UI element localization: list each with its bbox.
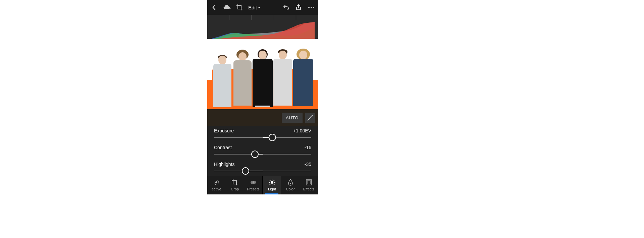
tab-label: Color bbox=[286, 187, 295, 191]
slider-thumb[interactable] bbox=[269, 134, 276, 141]
svg-rect-23 bbox=[307, 181, 311, 184]
color-icon bbox=[287, 179, 294, 186]
back-icon[interactable] bbox=[210, 3, 218, 11]
undo-icon[interactable] bbox=[282, 3, 290, 11]
bottom-tabbar: ectiveCropPresetsLightColorEffects bbox=[207, 176, 318, 194]
histogram bbox=[207, 15, 318, 39]
auto-label: AUTO bbox=[286, 115, 299, 120]
more-icon[interactable] bbox=[307, 3, 315, 11]
tab-label: Light bbox=[268, 187, 276, 191]
svg-point-2 bbox=[311, 7, 312, 8]
histogram-chart bbox=[212, 22, 315, 40]
svg-point-1 bbox=[308, 7, 310, 8]
tab-label: Effects bbox=[303, 187, 314, 191]
svg-line-20 bbox=[270, 184, 270, 185]
svg-rect-22 bbox=[306, 180, 312, 185]
tab-color[interactable]: Color bbox=[281, 176, 300, 194]
edit-label: Edit bbox=[248, 5, 257, 10]
svg-line-19 bbox=[274, 180, 274, 181]
slider-contrast: Contrast-16 bbox=[214, 145, 311, 158]
slider-value: -35 bbox=[305, 162, 311, 167]
slider-value: -16 bbox=[305, 145, 311, 150]
chevron-down-icon: ▾ bbox=[258, 6, 260, 9]
svg-point-11 bbox=[253, 181, 256, 184]
tone-curve-button[interactable] bbox=[305, 113, 315, 123]
presets-icon bbox=[250, 179, 257, 186]
slider-track[interactable] bbox=[214, 167, 311, 175]
tab-label: Crop bbox=[231, 187, 239, 191]
slider-track[interactable] bbox=[214, 150, 311, 158]
slider-label: Exposure bbox=[214, 128, 234, 133]
svg-point-3 bbox=[313, 7, 314, 8]
crop-icon-top[interactable] bbox=[235, 3, 244, 11]
effects-icon bbox=[306, 179, 312, 186]
tab-presets[interactable]: Presets bbox=[244, 176, 263, 194]
slider-exposure: Exposure+1.00EV bbox=[214, 128, 311, 141]
light-sliders: Exposure+1.00EVContrast-16Highlights-35S… bbox=[207, 126, 318, 184]
light-icon bbox=[269, 179, 275, 186]
edit-dropdown[interactable]: Edit ▾ bbox=[248, 5, 260, 10]
slider-thumb[interactable] bbox=[251, 151, 259, 158]
selective-icon bbox=[213, 179, 220, 186]
svg-point-9 bbox=[215, 181, 217, 183]
photo-footer: AUTO bbox=[207, 109, 318, 126]
auto-button[interactable]: AUTO bbox=[282, 113, 303, 123]
slider-label: Contrast bbox=[214, 145, 232, 150]
tab-effects[interactable]: Effects bbox=[300, 176, 318, 194]
tab-crop[interactable]: Crop bbox=[226, 176, 244, 194]
slider-track[interactable] bbox=[214, 133, 311, 141]
slider-highlights: Highlights-35 bbox=[214, 162, 311, 175]
cloud-add-icon[interactable]: + bbox=[223, 3, 231, 11]
tab-light[interactable]: Light bbox=[263, 176, 281, 194]
svg-text:+: + bbox=[229, 7, 231, 10]
slider-value: +1.00EV bbox=[293, 128, 311, 133]
tab-label: Presets bbox=[247, 187, 259, 191]
photo-preview[interactable] bbox=[207, 39, 318, 109]
top-toolbar: + Edit ▾ bbox=[207, 0, 318, 15]
tab-selective[interactable]: ective bbox=[207, 176, 226, 194]
share-icon[interactable] bbox=[294, 3, 303, 11]
tab-label: ective bbox=[212, 187, 221, 191]
svg-point-21 bbox=[290, 183, 291, 184]
crop-icon bbox=[231, 179, 238, 186]
drag-handle-icon[interactable] bbox=[255, 106, 270, 107]
svg-point-12 bbox=[271, 181, 273, 184]
slider-thumb[interactable] bbox=[242, 167, 249, 175]
slider-label: Highlights bbox=[214, 162, 234, 167]
svg-line-18 bbox=[274, 184, 274, 185]
svg-line-17 bbox=[270, 180, 270, 181]
app-screen: + Edit ▾ bbox=[207, 0, 318, 194]
